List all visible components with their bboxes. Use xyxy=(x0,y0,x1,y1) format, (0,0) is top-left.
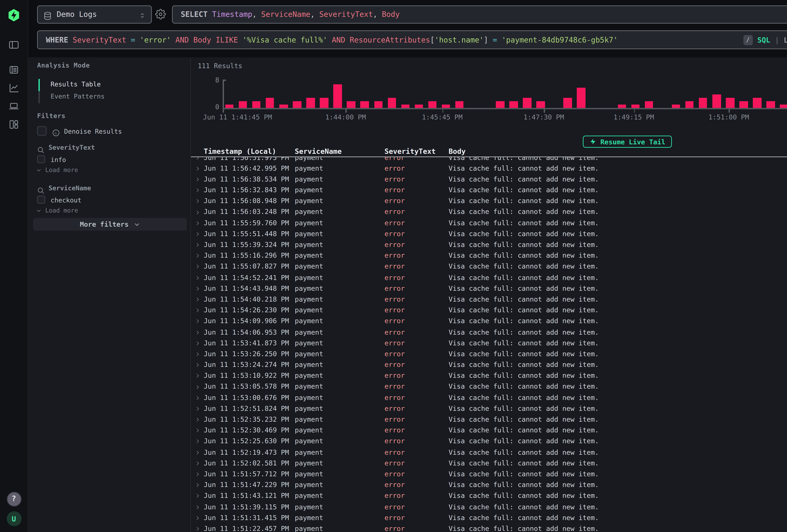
histogram-bar[interactable] xyxy=(387,98,396,108)
nav-sessions-icon[interactable] xyxy=(8,101,20,112)
table-row[interactable]: Jun 11 1:55:07.827 PMpaymenterrorVisa ca… xyxy=(191,261,787,272)
table-row[interactable]: Jun 11 1:54:40.218 PMpaymenterrorVisa ca… xyxy=(191,294,787,305)
table-row[interactable]: Jun 11 1:51:43.121 PMpaymenterrorVisa ca… xyxy=(191,491,787,502)
row-expand-chevron-icon[interactable] xyxy=(191,502,204,512)
row-expand-chevron-icon[interactable] xyxy=(191,272,204,283)
histogram-bar[interactable] xyxy=(252,101,261,108)
load-more-servicename[interactable]: Load more xyxy=(36,207,78,214)
histogram-bar[interactable] xyxy=(360,101,369,108)
histogram-bar[interactable] xyxy=(455,101,464,108)
filter-checkout-checkbox[interactable] xyxy=(37,196,45,204)
histogram-bar[interactable] xyxy=(618,105,626,108)
table-row[interactable]: Jun 11 1:53:00.676 PMpaymenterrorVisa ca… xyxy=(191,392,787,403)
denoise-label[interactable]: Denoise Results xyxy=(64,127,122,135)
row-expand-chevron-icon[interactable] xyxy=(191,239,204,250)
mode-results-table[interactable]: Results Table xyxy=(50,80,101,88)
row-expand-chevron-icon[interactable] xyxy=(191,163,204,174)
histogram-bar[interactable] xyxy=(726,98,734,108)
row-expand-chevron-icon[interactable] xyxy=(191,185,204,196)
histogram-bar[interactable] xyxy=(225,105,234,108)
row-expand-chevron-icon[interactable] xyxy=(191,218,204,229)
row-expand-chevron-icon[interactable] xyxy=(191,425,204,436)
table-row[interactable]: Jun 11 1:51:22.457 PMpaymenterrorVisa ca… xyxy=(191,523,787,532)
histogram-bar[interactable] xyxy=(293,101,301,108)
column-header-timestamp[interactable]: Timestamp (Local) xyxy=(204,147,295,156)
row-expand-chevron-icon[interactable] xyxy=(191,261,204,272)
histogram-bar[interactable] xyxy=(347,101,355,108)
resume-live-tail-button[interactable]: Resume Live Tail xyxy=(583,135,672,148)
row-expand-chevron-icon[interactable] xyxy=(191,392,204,403)
table-row[interactable]: Jun 11 1:51:57.712 PMpaymenterrorVisa ca… xyxy=(191,469,787,480)
row-expand-chevron-icon[interactable] xyxy=(191,491,204,502)
table-row[interactable]: Jun 11 1:54:06.953 PMpaymenterrorVisa ca… xyxy=(191,327,787,338)
histogram-bar[interactable] xyxy=(239,101,247,108)
filter-checkout-label[interactable]: checkout xyxy=(50,196,81,204)
histogram-bar[interactable] xyxy=(767,101,775,108)
table-row[interactable]: Jun 11 1:56:42.995 PMpaymenterrorVisa ca… xyxy=(191,163,787,174)
histogram-bar[interactable] xyxy=(577,88,586,108)
table-row[interactable]: Jun 11 1:53:24.274 PMpaymenterrorVisa ca… xyxy=(191,360,787,370)
table-row[interactable]: Jun 11 1:54:09.906 PMpaymenterrorVisa ca… xyxy=(191,316,787,327)
source-settings-gear-icon[interactable] xyxy=(155,9,166,20)
row-expand-chevron-icon[interactable] xyxy=(191,305,204,316)
histogram-bar[interactable] xyxy=(699,98,707,108)
table-row[interactable]: Jun 11 1:56:38.534 PMpaymenterrorVisa ca… xyxy=(191,174,787,185)
histogram-bar[interactable] xyxy=(753,98,761,108)
table-row[interactable]: Jun 11 1:55:16.296 PMpaymenterrorVisa ca… xyxy=(191,250,787,261)
histogram-bar[interactable] xyxy=(509,101,518,108)
row-expand-chevron-icon[interactable] xyxy=(191,360,204,370)
table-row[interactable]: Jun 11 1:56:03.248 PMpaymenterrorVisa ca… xyxy=(191,207,787,217)
load-more-severitytext[interactable]: Load more xyxy=(36,167,78,173)
row-expand-chevron-icon[interactable] xyxy=(191,512,204,523)
row-expand-chevron-icon[interactable] xyxy=(191,174,204,185)
table-row[interactable]: Jun 11 1:52:25.630 PMpaymenterrorVisa ca… xyxy=(191,436,787,447)
row-expand-chevron-icon[interactable] xyxy=(191,480,204,491)
table-row[interactable]: Jun 11 1:54:43.948 PMpaymenterrorVisa ca… xyxy=(191,283,787,294)
column-header-servicename[interactable]: ServiceName xyxy=(295,147,385,156)
row-expand-chevron-icon[interactable] xyxy=(191,316,204,327)
select-query-input[interactable]: SELECT Timestamp, ServiceName, SeverityT… xyxy=(172,5,787,24)
histogram-bar[interactable] xyxy=(740,101,748,108)
nav-dashboards-icon[interactable] xyxy=(8,119,20,130)
language-lucene-option[interactable]: Lucene xyxy=(784,36,787,44)
row-expand-chevron-icon[interactable] xyxy=(191,370,204,381)
row-expand-chevron-icon[interactable] xyxy=(191,469,204,480)
histogram-bar[interactable] xyxy=(685,101,694,108)
histogram-bar[interactable] xyxy=(374,101,382,108)
row-expand-chevron-icon[interactable] xyxy=(191,207,204,217)
histogram-bar[interactable] xyxy=(536,101,545,108)
table-row[interactable]: Jun 11 1:55:51.448 PMpaymenterrorVisa ca… xyxy=(191,229,787,239)
histogram-bar[interactable] xyxy=(442,105,450,108)
table-row[interactable]: Jun 11 1:56:51.975 PMpaymenterrorVisa ca… xyxy=(191,157,787,163)
histogram-bar[interactable] xyxy=(712,94,721,108)
histogram-bar[interactable] xyxy=(333,84,342,108)
row-expand-chevron-icon[interactable] xyxy=(191,294,204,305)
histogram-bar[interactable] xyxy=(645,101,653,108)
filter-info-label[interactable]: info xyxy=(50,156,66,163)
histogram-bar[interactable] xyxy=(631,105,639,108)
histogram-bar[interactable] xyxy=(320,98,328,108)
mode-event-patterns[interactable]: Event Patterns xyxy=(50,92,105,100)
row-expand-chevron-icon[interactable] xyxy=(191,196,204,207)
column-header-body[interactable]: Body xyxy=(449,147,787,156)
table-row[interactable]: Jun 11 1:52:30.469 PMpaymenterrorVisa ca… xyxy=(191,425,787,436)
table-row[interactable]: Jun 11 1:53:41.873 PMpaymenterrorVisa ca… xyxy=(191,338,787,349)
histogram-bar[interactable] xyxy=(523,98,531,108)
row-expand-chevron-icon[interactable] xyxy=(191,327,204,338)
denoise-checkbox[interactable] xyxy=(37,126,47,135)
histogram-bar[interactable] xyxy=(266,98,274,108)
histogram-bar[interactable] xyxy=(672,105,680,108)
language-sql-option[interactable]: SQL xyxy=(758,36,770,44)
histogram-bar[interactable] xyxy=(428,101,437,108)
more-filters-button[interactable]: More filters xyxy=(33,218,187,231)
toggle-sidebar-icon[interactable] xyxy=(8,39,20,51)
filter-group-servicename[interactable]: ServiceName xyxy=(49,184,91,192)
user-avatar[interactable]: U xyxy=(6,511,21,526)
help-button[interactable]: ? xyxy=(6,492,21,507)
row-expand-chevron-icon[interactable] xyxy=(191,458,204,469)
row-expand-chevron-icon[interactable] xyxy=(191,283,204,294)
table-row[interactable]: Jun 11 1:51:39.115 PMpaymenterrorVisa ca… xyxy=(191,502,787,512)
table-row[interactable]: Jun 11 1:53:05.578 PMpaymenterrorVisa ca… xyxy=(191,381,787,392)
table-row[interactable]: Jun 11 1:51:31.415 PMpaymenterrorVisa ca… xyxy=(191,512,787,523)
table-row[interactable]: Jun 11 1:56:32.843 PMpaymenterrorVisa ca… xyxy=(191,185,787,196)
